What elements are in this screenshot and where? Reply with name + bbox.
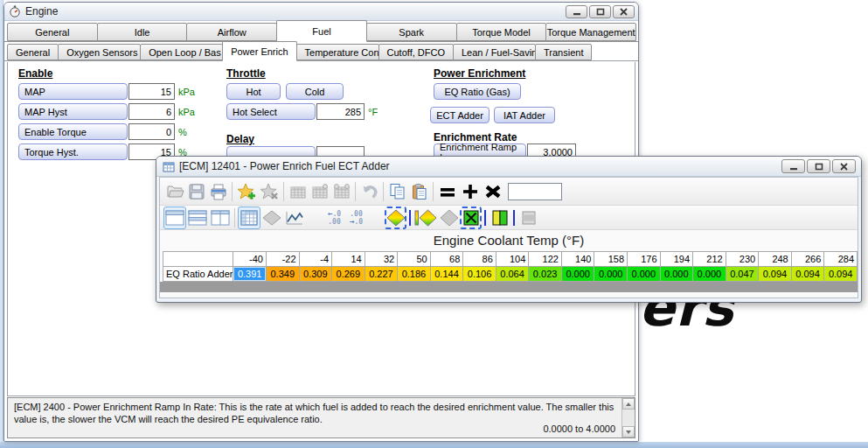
col-header[interactable]: 14 [332, 252, 365, 267]
table-cell[interactable]: 0.106 [463, 267, 496, 282]
col-header[interactable]: 266 [791, 252, 824, 267]
tab-torque-management[interactable]: Torque Management [545, 23, 636, 41]
ect-adder-button[interactable]: ECT Adder [430, 107, 490, 123]
col-header[interactable]: 212 [693, 252, 726, 267]
subtab-lean-fuel-savin[interactable]: Lean / Fuel-Savin [453, 44, 536, 60]
engine-window-titlebar[interactable]: Engine [4, 3, 638, 21]
subtab-temperature-cont[interactable]: Temperature Cont [296, 44, 379, 60]
col-header[interactable]: 86 [463, 252, 496, 267]
plus-icon[interactable] [459, 180, 482, 203]
view-vsplit-icon[interactable] [209, 206, 232, 229]
col-header[interactable]: 50 [398, 252, 431, 267]
table-cell[interactable]: 0.309 [299, 267, 332, 282]
favorite-add-icon[interactable] [235, 180, 258, 203]
table-cell[interactable]: 0.094 [791, 267, 824, 282]
tab-airflow[interactable]: Airflow [186, 23, 277, 41]
col-header[interactable]: -22 [266, 252, 299, 267]
table-cell[interactable]: 0.349 [266, 267, 299, 282]
param-value-input[interactable]: 285 [316, 103, 365, 120]
view-hsplit-icon[interactable] [186, 206, 209, 229]
table-cell[interactable]: 0.391 [233, 267, 267, 282]
scroll-up-icon[interactable] [622, 398, 635, 410]
col-header[interactable]: 122 [529, 252, 562, 267]
tab-fuel[interactable]: Fuel [276, 20, 367, 42]
subtab-transient[interactable]: Transient [535, 44, 592, 60]
view-3d-icon[interactable] [260, 206, 283, 229]
restore-button[interactable] [589, 5, 611, 18]
table-cell[interactable]: 0.094 [824, 267, 858, 282]
col-header[interactable]: 68 [430, 252, 463, 267]
copy-icon[interactable] [386, 180, 408, 203]
table-cell[interactable]: 0.047 [726, 267, 759, 282]
eq-ratio-gas-button[interactable]: EQ Ratio (Gas) [434, 83, 521, 100]
table-b-icon[interactable] [309, 180, 330, 203]
cmap-diamond-bar-icon[interactable] [413, 206, 438, 229]
dec-left-icon[interactable]: ←.0.00 [323, 206, 345, 229]
paste-icon[interactable] [408, 180, 430, 203]
table-c-icon[interactable] [330, 180, 352, 203]
cold-button[interactable]: Cold [286, 83, 344, 100]
tab-spark[interactable]: Spark [366, 23, 457, 41]
cmap-grey-box-icon[interactable] [517, 206, 539, 229]
close-button[interactable] [613, 5, 635, 18]
param-value-input[interactable]: 0 [128, 123, 175, 140]
param-value-input[interactable]: 6 [128, 103, 175, 120]
subtab-general[interactable]: General [7, 44, 59, 60]
dec-right-icon[interactable]: .00→.0 [345, 206, 367, 229]
col-header[interactable]: -40 [233, 252, 267, 267]
restore-button[interactable] [807, 159, 830, 173]
col-header[interactable]: -4 [299, 252, 332, 267]
iat-adder-button[interactable]: IAT Adder [494, 107, 555, 123]
open-icon[interactable] [163, 180, 185, 203]
param-label[interactable]: Hot Select [226, 103, 316, 120]
table-cell[interactable]: 0.000 [594, 267, 628, 282]
col-header[interactable]: 176 [628, 252, 661, 267]
minimize-button[interactable] [566, 5, 587, 18]
table-a-icon[interactable] [287, 180, 309, 203]
col-header[interactable]: 158 [594, 252, 628, 267]
col-header[interactable]: 230 [726, 252, 759, 267]
table-cell[interactable]: 0.269 [332, 267, 365, 282]
view-chart-icon[interactable] [283, 206, 306, 229]
tab-torque-model[interactable]: Torque Model [456, 23, 547, 41]
param-label[interactable]: Torque Hyst. [18, 144, 128, 160]
col-header[interactable]: 284 [824, 252, 858, 267]
table-cell[interactable]: 0.186 [398, 267, 431, 282]
hot-button[interactable]: Hot [226, 83, 281, 100]
tab-general[interactable]: General [7, 23, 98, 41]
table-cell[interactable]: 0.000 [693, 267, 726, 282]
cmap-diamond-icon[interactable] [385, 206, 406, 229]
print-icon[interactable] [207, 180, 229, 203]
scroll-down-icon[interactable] [622, 426, 635, 438]
col-header[interactable]: 104 [496, 252, 529, 267]
toolbar-value-input[interactable] [508, 183, 562, 200]
col-header[interactable]: 32 [365, 252, 398, 267]
table-cell[interactable]: 0.227 [365, 267, 398, 282]
cmap-grid-x-icon[interactable] [460, 206, 482, 229]
save-icon[interactable] [185, 180, 207, 203]
row-header[interactable]: EQ Ratio Adder [163, 267, 233, 282]
param-label[interactable]: Enable Torque [18, 123, 128, 140]
subtab-power-enrich[interactable]: Power Enrich [222, 41, 296, 61]
view-table-icon[interactable] [238, 206, 260, 229]
table-cell[interactable]: 0.023 [529, 267, 562, 282]
table-cell[interactable]: 0.000 [628, 267, 661, 282]
cmap-grey-diamond-icon[interactable] [438, 206, 460, 229]
subtab-open-loop-bas[interactable]: Open Loop / Bas [140, 44, 223, 60]
table-cell[interactable]: 0.094 [759, 267, 792, 282]
param-label[interactable]: MAP Hyst [18, 103, 128, 120]
param-value-input[interactable]: 15 [128, 83, 175, 100]
minimize-button[interactable] [781, 159, 805, 173]
table-cell[interactable]: 0.000 [660, 267, 693, 282]
col-header[interactable]: 140 [561, 252, 594, 267]
param-label[interactable]: MAP [18, 83, 128, 100]
col-header[interactable]: 248 [759, 252, 792, 267]
description-scrollbar[interactable] [621, 398, 635, 438]
multiply-icon[interactable] [482, 180, 504, 203]
view-single-icon[interactable] [163, 206, 186, 229]
table-cell[interactable]: 0.064 [496, 267, 529, 282]
col-header[interactable]: 194 [660, 252, 693, 267]
ect-window-titlebar[interactable]: [ECM] 12401 - Power Enrich Fuel ECT Adde… [156, 157, 861, 177]
favorite-remove-icon[interactable] [258, 180, 281, 203]
undo-icon[interactable] [358, 180, 380, 203]
